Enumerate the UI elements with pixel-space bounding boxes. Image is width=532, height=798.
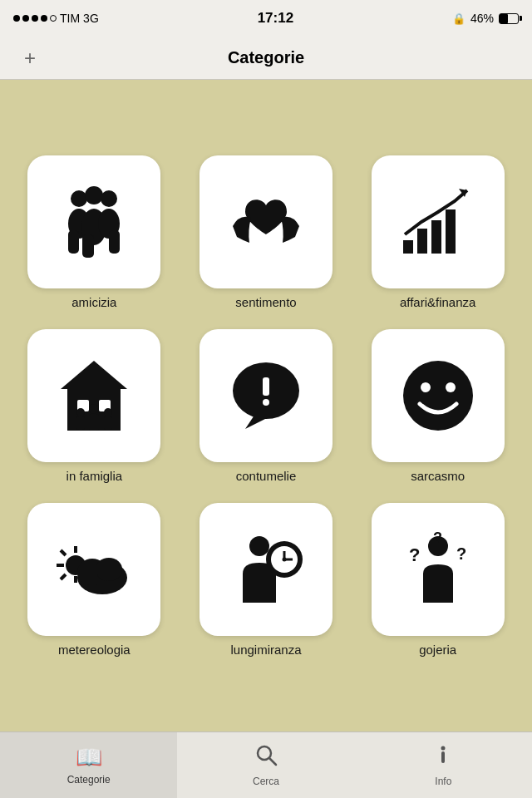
svg-point-1 [85, 186, 103, 204]
svg-line-35 [61, 550, 66, 555]
amicizia-icon [52, 180, 135, 264]
metereologia-icon [52, 528, 135, 611]
signal-dots [13, 15, 57, 22]
famiglia-icon [52, 354, 135, 437]
category-affari-finanza[interactable]: affari&finanza [360, 155, 515, 309]
svg-rect-10 [417, 229, 427, 254]
category-label-sarcasmo: sarcasmo [411, 469, 465, 483]
status-right: 🔒 46% [452, 12, 519, 25]
contumelie-icon [224, 354, 308, 437]
lungimiranza-icon [224, 528, 308, 611]
battery-percent: 46% [470, 12, 494, 25]
tab-bar: 📖 Categorie Cerca Info [0, 732, 532, 798]
carrier-label: TIM [60, 12, 80, 25]
svg-point-22 [104, 408, 112, 416]
tab-categorie-label: Categorie [67, 774, 111, 786]
svg-point-29 [421, 382, 431, 392]
svg-point-0 [71, 190, 87, 207]
svg-point-40 [249, 536, 269, 556]
tab-info-label: Info [435, 776, 451, 787]
category-label-contumelie: contumelie [236, 469, 297, 483]
category-icon-box-sentimento [200, 155, 332, 288]
svg-text:?: ? [409, 544, 420, 565]
status-time: 17:12 [258, 10, 293, 27]
status-bar: TIM 3G 17:12 🔒 46% [0, 0, 532, 37]
affari-icon [397, 180, 480, 264]
svg-point-30 [446, 382, 456, 392]
battery-fill [500, 14, 508, 23]
tab-categorie-icon: 📖 [76, 745, 102, 771]
category-icon-box-contumelie [200, 329, 332, 462]
category-icon-box-gojeria: ? ? ? [372, 503, 505, 636]
tab-info[interactable]: Info [355, 732, 532, 798]
sentimento-icon [224, 180, 308, 264]
network-label: 3G [83, 12, 99, 25]
main-content: amicizia sentimento [0, 80, 532, 732]
svg-point-45 [282, 557, 286, 561]
category-label-lungimiranza: lungimiranza [230, 643, 301, 657]
svg-rect-8 [109, 230, 120, 254]
svg-point-18 [76, 408, 85, 416]
svg-marker-25 [245, 416, 270, 429]
svg-rect-26 [263, 377, 269, 396]
svg-rect-52 [441, 751, 445, 763]
category-icon-box-lungimiranza [200, 503, 332, 636]
category-gojeria[interactable]: ? ? ? gojeria [360, 503, 515, 657]
svg-point-2 [101, 190, 117, 207]
category-label-metereologia: metereologia [58, 643, 131, 657]
svg-point-39 [96, 558, 122, 581]
category-icon-box-amicizia [27, 155, 160, 288]
category-metereologia[interactable]: metereologia [17, 503, 172, 657]
svg-text:?: ? [456, 544, 466, 563]
category-amicizia[interactable]: amicizia [17, 155, 172, 309]
svg-point-27 [263, 399, 269, 406]
category-sentimento[interactable]: sentimento [189, 155, 344, 309]
categories-grid: amicizia sentimento [17, 155, 515, 657]
battery-indicator [499, 13, 519, 24]
page-title: Categorie [228, 48, 304, 67]
sarcasmo-icon [397, 354, 480, 437]
category-icon-box-affari [372, 155, 505, 288]
svg-point-53 [441, 746, 446, 751]
dot5 [50, 15, 57, 22]
category-icon-box-famiglia [27, 329, 160, 462]
category-label-famiglia: in famiglia [66, 469, 123, 483]
category-label-amicizia: amicizia [71, 295, 116, 309]
dot1 [13, 15, 20, 22]
dot2 [22, 15, 29, 22]
lock-icon: 🔒 [452, 12, 466, 25]
svg-point-28 [403, 361, 473, 431]
dot3 [32, 15, 38, 22]
svg-line-51 [269, 758, 276, 765]
svg-marker-14 [61, 361, 127, 389]
category-icon-box-sarcasmo [372, 329, 505, 462]
tab-cerca[interactable]: Cerca [177, 732, 354, 798]
svg-rect-21 [89, 414, 99, 431]
category-lungimiranza[interactable]: lungimiranza [189, 503, 344, 657]
category-label-gojeria: gojeria [419, 643, 456, 657]
add-button[interactable]: + [17, 45, 43, 71]
tab-categorie[interactable]: 📖 Categorie [0, 732, 177, 798]
svg-point-20 [89, 404, 99, 414]
gojeria-icon: ? ? ? [397, 528, 480, 611]
category-in-famiglia[interactable]: in famiglia [17, 329, 172, 483]
category-label-sentimento: sentimento [235, 295, 296, 309]
svg-rect-6 [68, 230, 79, 254]
tab-cerca-icon [254, 743, 278, 772]
category-contumelie[interactable]: contumelie [189, 329, 344, 483]
tab-cerca-label: Cerca [253, 776, 279, 787]
status-left: TIM 3G [13, 12, 99, 25]
battery-bar [499, 13, 519, 24]
svg-rect-11 [431, 220, 441, 254]
category-label-affari: affari&finanza [400, 295, 475, 309]
nav-bar: + Categorie [0, 37, 532, 80]
svg-rect-9 [403, 240, 413, 254]
category-icon-box-metereologia [27, 503, 160, 636]
svg-rect-19 [76, 416, 85, 430]
svg-rect-12 [446, 209, 456, 254]
svg-rect-23 [104, 416, 112, 430]
svg-rect-7 [82, 234, 94, 258]
dot4 [41, 15, 47, 22]
tab-info-icon [433, 743, 453, 772]
category-sarcasmo[interactable]: sarcasmo [360, 329, 515, 483]
